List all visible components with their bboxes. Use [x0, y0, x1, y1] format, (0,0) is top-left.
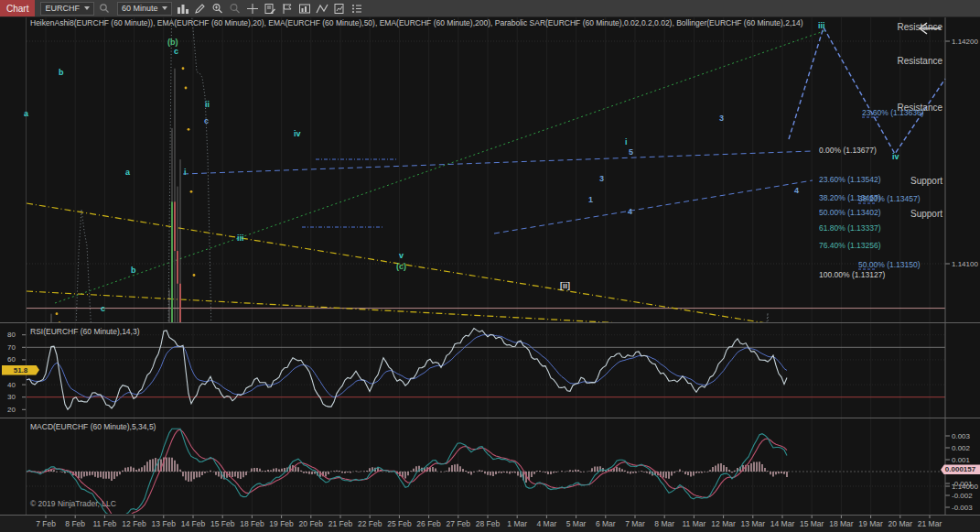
flag-icon[interactable] [280, 2, 294, 15]
report-icon[interactable] [332, 2, 346, 15]
interval-value: 60 Minute [122, 4, 158, 13]
toolbar: Chart EURCHF 60 Minute [0, 0, 980, 17]
note-edit-icon[interactable] [263, 2, 276, 15]
chevron-down-icon [84, 6, 90, 10]
snapshot-icon[interactable] [297, 2, 311, 15]
pencil-icon[interactable] [193, 2, 207, 15]
instrument-value: EURCHF [45, 4, 80, 13]
interval-selector[interactable]: 60 Minute [117, 2, 173, 16]
list-settings-icon[interactable] [350, 2, 363, 15]
chart-style-icon[interactable] [176, 2, 189, 15]
chart-tab[interactable]: Chart [0, 0, 35, 16]
chart-canvas[interactable] [0, 0, 980, 532]
zoom-out-icon[interactable] [228, 2, 242, 15]
chevron-down-icon [162, 6, 167, 10]
instrument-selector[interactable]: EURCHF [40, 2, 94, 16]
search-icon[interactable] [98, 2, 112, 15]
chart-window: Chart EURCHF 60 Minute 7 Feb8 Feb11 Feb1… [0, 0, 980, 532]
zigzag-icon[interactable] [315, 2, 328, 15]
zoom-in-icon[interactable] [210, 2, 224, 15]
crosshair-plus-icon[interactable] [245, 2, 259, 15]
